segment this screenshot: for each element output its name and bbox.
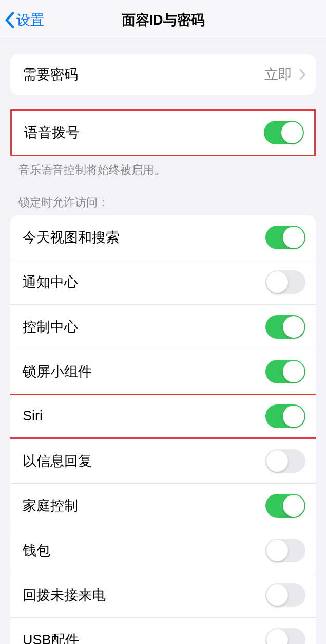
page-title: 面容ID与密码 — [122, 11, 205, 29]
lock-access-toggle[interactable] — [265, 494, 305, 518]
lock-access-label: 家庭控制 — [23, 496, 78, 515]
back-button[interactable]: 设置 — [5, 11, 44, 29]
lock-access-toggle[interactable] — [265, 539, 305, 562]
lock-access-row: 以信息回复 — [10, 439, 316, 484]
lock-access-label: 控制中心 — [23, 318, 78, 336]
lock-access-toggle[interactable] — [265, 404, 305, 428]
lock-access-row: USB配件 — [10, 618, 316, 644]
lock-access-toggle[interactable] — [265, 270, 305, 294]
voice-dial-toggle[interactable] — [264, 121, 304, 144]
lock-access-toggle[interactable] — [265, 449, 305, 473]
voice-dial-label: 语音拨号 — [24, 123, 80, 142]
lock-access-row: 回拨未接来电 — [10, 573, 316, 618]
require-passcode-group: 需要密码 立即 — [10, 54, 316, 95]
lock-access-label: 以信息回复 — [23, 452, 92, 470]
lock-access-row: 锁屏小组件 — [10, 349, 316, 394]
voice-dial-group: 语音拨号 — [10, 109, 316, 156]
lock-access-label: USB配件 — [23, 631, 79, 644]
lock-access-row: 钱包 — [10, 528, 316, 573]
lock-access-toggle[interactable] — [265, 628, 305, 644]
lock-access-group: 今天视图和搜索通知中心控制中心锁屏小组件Siri以信息回复家庭控制钱包回拨未接来… — [10, 215, 316, 644]
chevron-left-icon — [5, 12, 14, 28]
lock-access-label: 今天视图和搜索 — [23, 228, 120, 247]
back-label: 设置 — [16, 11, 44, 29]
lock-access-label: 回拨未接来电 — [23, 586, 106, 604]
require-passcode-label: 需要密码 — [23, 65, 78, 84]
voice-dial-footer: 音乐语音控制将始终被启用。 — [0, 156, 326, 178]
lock-access-label: Siri — [23, 408, 43, 424]
lock-access-row: 今天视图和搜索 — [10, 215, 316, 260]
lock-access-label: 通知中心 — [23, 273, 78, 291]
lock-access-toggle[interactable] — [265, 360, 305, 383]
lock-access-toggle[interactable] — [265, 583, 305, 607]
chevron-right-icon — [299, 69, 305, 80]
lock-access-row: 家庭控制 — [10, 484, 316, 528]
require-passcode-row[interactable]: 需要密码 立即 — [10, 54, 316, 95]
lock-access-row: 通知中心 — [10, 260, 316, 305]
require-passcode-value: 立即 — [264, 65, 305, 84]
lock-access-header: 锁定时允许访问： — [0, 178, 326, 215]
lock-access-row: Siri — [10, 394, 316, 439]
navigation-bar: 设置 面容ID与密码 — [0, 0, 326, 40]
lock-access-label: 锁屏小组件 — [23, 362, 92, 381]
lock-access-toggle[interactable] — [265, 315, 305, 339]
lock-access-toggle[interactable] — [265, 226, 305, 249]
voice-dial-row: 语音拨号 — [12, 111, 314, 155]
lock-access-label: 钱包 — [23, 541, 50, 560]
lock-access-row: 控制中心 — [10, 305, 316, 349]
